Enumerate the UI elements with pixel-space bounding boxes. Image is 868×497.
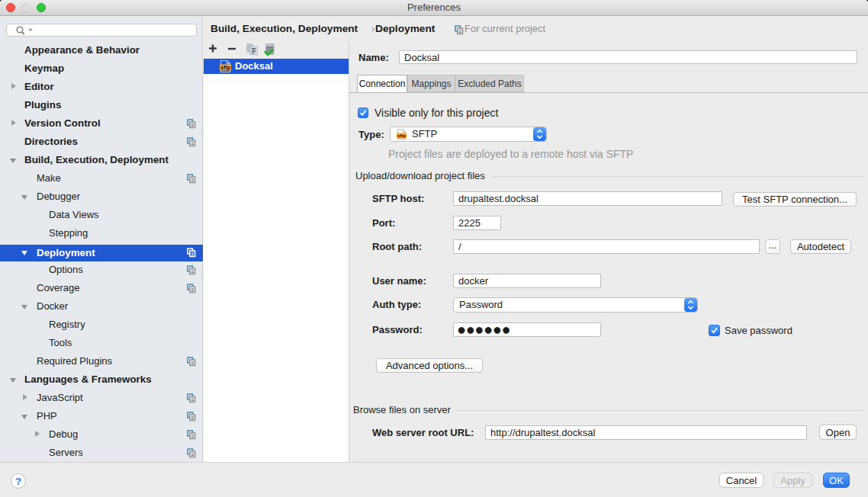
svg-text:sftp: sftp: [397, 133, 406, 138]
svg-text:sftp: sftp: [220, 65, 230, 71]
